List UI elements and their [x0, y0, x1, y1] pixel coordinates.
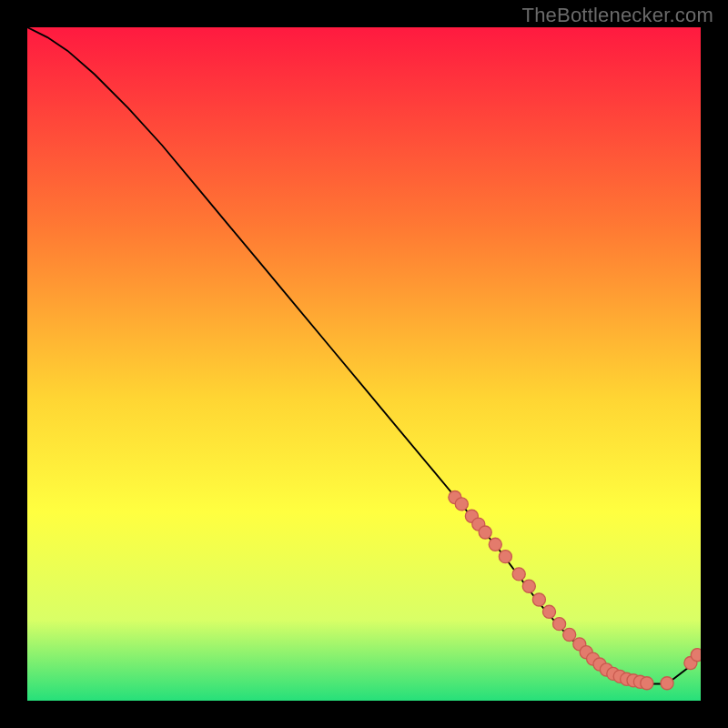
- data-dot: [691, 649, 701, 662]
- data-dot: [499, 551, 511, 563]
- data-dot: [542, 605, 555, 618]
- data-dot: [563, 628, 576, 641]
- gradient-background: [27, 27, 701, 701]
- chart-svg: [27, 27, 701, 701]
- data-dot: [489, 538, 501, 551]
- attribution-label: TheBottlenecker.com: [522, 4, 713, 27]
- data-dot: [553, 618, 566, 631]
- data-dot: [512, 568, 525, 581]
- chart-frame: TheBottlenecker.com: [0, 0, 728, 728]
- data-dot: [532, 593, 545, 606]
- data-dot: [455, 498, 468, 511]
- data-dot: [522, 580, 535, 592]
- data-dot: [479, 526, 491, 539]
- data-dot: [661, 677, 673, 690]
- plot-area: [27, 27, 701, 701]
- data-dot: [641, 677, 653, 690]
